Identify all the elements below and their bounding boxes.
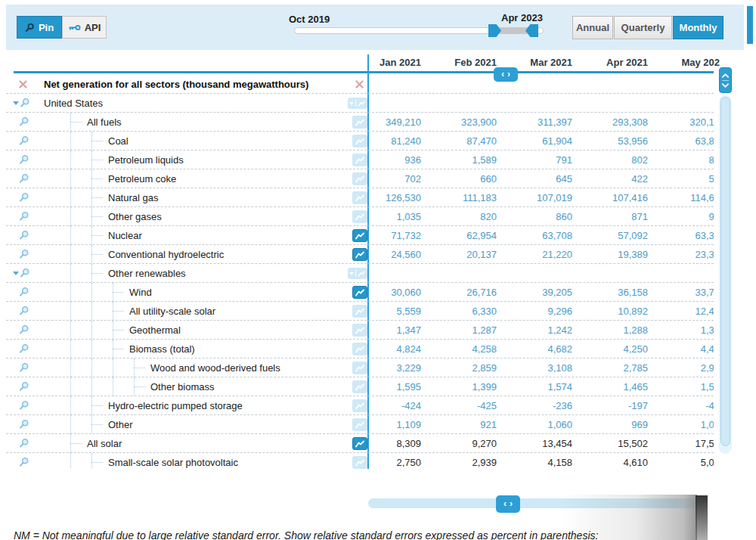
data-cell: 81,240	[345, 135, 421, 147]
magnifier-icon[interactable]	[19, 343, 29, 354]
frequency-button-annual[interactable]: Annual	[572, 16, 613, 39]
magnifier-icon[interactable]	[19, 457, 29, 467]
data-cell: 1,288	[572, 324, 648, 336]
pin-button[interactable]: Pin	[17, 16, 62, 39]
filter-and-line-chart-icon[interactable]	[348, 268, 367, 279]
data-cell: 1,287	[421, 324, 497, 336]
row-label: Geothermal	[129, 324, 181, 336]
pager-left-icon[interactable]: ‹	[503, 499, 507, 508]
magnifier-icon[interactable]	[19, 173, 29, 184]
table-row: Wood and wood-derived fuels3,2292,8593,1…	[6, 358, 714, 377]
row-label: Other biomass	[150, 381, 215, 393]
horizontal-pager[interactable]: ‹ ›	[496, 495, 520, 513]
data-cell: 24,560	[345, 249, 421, 260]
data-cell: 871	[572, 211, 648, 222]
footnote-text: NM = Not meaningful due to large relativ…	[14, 529, 598, 540]
row-label: Biomass (total)	[129, 343, 195, 355]
magnifier-icon[interactable]	[19, 154, 29, 165]
tree-elbow-line	[91, 254, 103, 255]
data-cell: 2,750	[345, 457, 421, 468]
chevron-down-icon[interactable]	[722, 83, 729, 88]
data-cell: 1,00	[644, 419, 714, 430]
magnifier-icon[interactable]	[19, 400, 29, 411]
data-cell: 5,06	[644, 457, 714, 468]
data-cell: 1,242	[497, 324, 572, 336]
data-cell: 63,87	[644, 135, 714, 147]
magnifier-icon[interactable]	[19, 230, 29, 241]
date-range-slider-handle-start[interactable]	[488, 24, 501, 37]
magnifier-icon[interactable]	[20, 98, 30, 108]
vertical-scrollbar-thumb[interactable]	[720, 97, 730, 446]
data-cell: 802	[572, 154, 648, 166]
chevron-up-icon[interactable]	[722, 73, 729, 78]
tree-guide-line	[91, 283, 92, 301]
table-row: Other biomass1,5951,3991,5741,4651,51	[6, 377, 714, 396]
data-cell: 936	[345, 154, 421, 166]
row-label: United States	[44, 98, 103, 109]
magnifier-icon[interactable]	[19, 438, 29, 448]
magnifier-icon[interactable]	[19, 381, 29, 392]
triangle-down-icon[interactable]	[13, 272, 19, 275]
tree-elbow-line	[134, 386, 145, 387]
magnifier-icon[interactable]	[19, 211, 29, 222]
data-cell: 323,900	[421, 116, 497, 128]
magnifier-icon[interactable]	[20, 268, 30, 278]
data-cell: 83	[644, 154, 714, 166]
date-range-slider-handle-end[interactable]	[525, 24, 538, 37]
magnifier-icon[interactable]	[19, 135, 29, 146]
tree-elbow-line	[70, 122, 82, 123]
data-cell: 114,67	[644, 192, 714, 203]
data-cell: 2,96	[644, 362, 714, 374]
data-cell: 107,416	[572, 192, 648, 203]
table-row: Wind30,06026,71639,20536,15833,78	[6, 283, 714, 302]
magnifier-icon[interactable]	[19, 306, 29, 316]
magnifier-icon[interactable]	[19, 362, 29, 373]
data-cell: 8,309	[345, 438, 421, 449]
tree-guide-line	[70, 453, 71, 469]
tree-guide-line	[70, 151, 71, 169]
scroll-button-divider	[722, 80, 729, 81]
triangle-down-icon[interactable]	[13, 101, 19, 105]
magnifier-icon[interactable]	[19, 249, 29, 259]
table-row: All utility-scale solar5,5596,3309,29610…	[6, 302, 714, 321]
row-label: All solar	[87, 438, 122, 449]
magnifier-icon[interactable]	[19, 324, 29, 335]
row-label: Coal	[108, 135, 129, 147]
tree-guide-line	[70, 396, 71, 414]
data-cell: 1,33	[644, 324, 714, 336]
data-cell: 63,708	[497, 230, 572, 241]
row-label: Small-scale solar photovoltaic	[108, 457, 238, 468]
frequency-button-monthly[interactable]: Monthly	[673, 16, 723, 39]
x-remove-icon[interactable]	[19, 80, 27, 88]
frequency-annual-label: Annual	[576, 22, 609, 33]
data-cell: 4,682	[497, 343, 572, 355]
magnifier-icon[interactable]	[19, 419, 29, 430]
pager-right-icon[interactable]: ›	[510, 499, 513, 508]
tree-elbow-line	[113, 349, 124, 349]
data-cell: 349,210	[345, 116, 421, 128]
tree-guide-line	[91, 302, 92, 320]
tree-guide-line	[70, 377, 71, 396]
data-cell: 1,035	[345, 211, 421, 222]
table-row: Biomass (total)4,8244,2584,6824,2504,48	[6, 340, 714, 358]
data-cell: 1,589	[421, 154, 497, 166]
tree-guide-line	[113, 377, 113, 396]
vertical-scroll-buttons[interactable]	[719, 67, 732, 93]
table-row: Coal81,24087,47061,90453,95663,87	[6, 132, 714, 151]
table-row: Natural gas126,530111,183107,019107,4161…	[6, 188, 714, 207]
data-cell: 57,092	[572, 230, 648, 241]
tree-guide-line	[91, 453, 92, 469]
x-remove-icon[interactable]	[355, 80, 364, 88]
table-row: Geothermal1,3471,2871,2421,2881,33	[6, 321, 714, 340]
magnifier-icon[interactable]	[19, 192, 29, 203]
column-header-apr-2021: Apr 2021	[572, 57, 648, 68]
filter-and-line-chart-icon[interactable]	[348, 98, 367, 109]
magnifier-icon[interactable]	[19, 116, 29, 127]
data-cell: 2,859	[421, 362, 497, 374]
tree-elbow-line	[113, 292, 124, 293]
data-cell: 30,060	[345, 287, 421, 298]
api-button[interactable]: API	[62, 16, 107, 39]
frequency-button-quarterly[interactable]: Quarterly	[614, 16, 672, 39]
magnifier-icon[interactable]	[19, 287, 29, 297]
data-cell: 1,109	[345, 419, 421, 430]
